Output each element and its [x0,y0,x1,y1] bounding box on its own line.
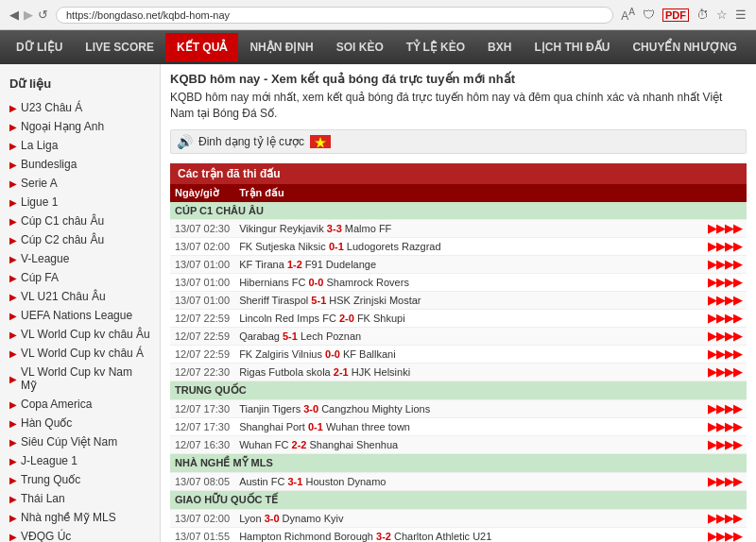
sidebar-item-vl-wc-sa[interactable]: ▶VL World Cup kv Nam Mỹ [0,363,160,395]
match-link[interactable]: ▶▶▶▶ [703,327,747,345]
nav-lich-thi-dau[interactable]: LỊCH THI ĐẤU [523,33,621,61]
shield-icon[interactable]: 🛡 [643,8,655,22]
sidebar: Dữ liệu ▶U23 Châu Á ▶Ngoại Hạng Anh ▶La … [0,64,161,542]
arrow-icon: ▶ [9,103,17,113]
sidebar-item-vl-u21[interactable]: ▶VL U21 Châu Âu [0,287,160,306]
table-row[interactable]: 13/07 01:00KF Tirana 1-2 F91 Dudelange▶▶… [170,255,747,273]
sidebar-item-mls[interactable]: ▶Nhà nghề Mỹ MLS [0,508,160,527]
nav-soi-keo[interactable]: SOI KÈO [325,33,395,61]
match-link[interactable]: ▶▶▶▶ [703,291,747,309]
table-row[interactable]: 13/07 02:00FK Sutjeska Niksic 0-1 Ludogo… [170,237,747,255]
arrow-icon: ▶ [9,437,17,448]
nav-du-lieu[interactable]: DỮ LIỆU [5,33,74,61]
match-link[interactable]: ▶▶▶▶ [703,527,747,542]
arrow-icon: ▶ [9,475,17,485]
table-row[interactable]: 13/07 02:00Lyon 3-0 Dynamo Kyiv▶▶▶▶ [170,509,747,527]
match-link[interactable]: ▶▶▶▶ [703,399,747,417]
match-date: 13/07 02:00 [170,509,234,527]
nav-tin-tuc[interactable]: TIN TỨC [748,33,756,61]
match-date: 12/07 16:30 [170,435,234,453]
history-icon[interactable]: ⏱ [696,8,709,22]
match-date: 12/07 22:59 [170,345,234,363]
nav-bxh[interactable]: BXH [476,33,523,61]
match-teams: KF Tirana 1-2 F91 Dudelange [234,255,703,273]
sidebar-item-cup-c2[interactable]: ▶Cúp C2 châu Âu [0,230,160,249]
match-date: 12/07 22:59 [170,309,234,327]
table-row[interactable]: 12/07 17:30Tianjin Tigers 3-0 Cangzhou M… [170,399,747,417]
sidebar-item-j-league[interactable]: ▶J-League 1 [0,451,160,470]
sidebar-item-v-league[interactable]: ▶V-League [0,249,160,268]
bookmark-icon[interactable]: ☆ [716,8,728,22]
table-row[interactable]: 12/07 22:59Qarabag 5-1 Lech Poznan▶▶▶▶ [170,327,747,345]
arrow-icon: ▶ [9,348,17,359]
table-row[interactable]: 13/07 01:00Sheriff Tiraspol 5-1 HSK Zrin… [170,291,747,309]
match-teams: Lyon 3-0 Dynamo Kyiv [234,509,703,527]
url-bar[interactable]: https://bongdaso.net/kqbd-hom-nay [56,7,613,24]
match-link[interactable]: ▶▶▶▶ [703,417,747,435]
match-date: 13/07 01:00 [170,273,234,291]
table-row[interactable]: 13/07 08:05Austin FC 3-1 Houston Dynamo▶… [170,472,747,490]
forward-icon[interactable]: ▶ [24,8,33,22]
sidebar-item-ligue1[interactable]: ▶Ligue 1 [0,193,160,212]
sidebar-item-vl-wc-eu[interactable]: ▶VL World Cup kv châu Âu [0,325,160,344]
match-date: 13/07 08:05 [170,472,234,490]
sidebar-item-sieu-cup-vn[interactable]: ▶Siêu Cúp Việt Nam [0,432,160,451]
nav-chuyen-nhuong[interactable]: CHUYỂN NHƯỢNG [621,33,747,61]
nav-ket-qua[interactable]: KẾT QUẢ [165,33,238,61]
table-row[interactable]: 13/07 02:30Vikingur Reykjavik 3-3 Malmo … [170,219,747,237]
sidebar-item-vl-wc-asia[interactable]: ▶VL World Cup kv châu Á [0,344,160,363]
th-link [703,184,747,202]
sidebar-item-u23[interactable]: ▶U23 Châu Á [0,98,160,117]
match-link[interactable]: ▶▶▶▶ [703,237,747,255]
nav-ty-le-keo[interactable]: TỶ LỆ KÈO [395,33,476,61]
table-row[interactable]: 13/07 01:00Hibernians FC 0-0 Shamrock Ro… [170,273,747,291]
match-link[interactable]: ▶▶▶▶ [703,509,747,527]
nav-live-score[interactable]: LIVE SCORE [74,33,165,61]
match-teams: Lincoln Red Imps FC 2-0 FK Shkupi [234,309,703,327]
speaker-icon[interactable]: 🔊 [177,134,193,149]
arrow-icon: ▶ [9,122,17,132]
back-icon[interactable]: ◀ [9,8,19,22]
font-icon[interactable]: AA [621,7,635,23]
sound-text: Đinh dạng tỷ lệ cược [198,135,304,148]
arrow-icon: ▶ [9,532,17,542]
match-link[interactable]: ▶▶▶▶ [703,255,747,273]
match-teams: Wuhan FC 2-2 Shanghai Shenhua [234,435,703,453]
pdf-icon[interactable]: PDF [662,8,689,22]
sidebar-item-bundesliga[interactable]: ▶Bundesliga [0,155,160,174]
menu-icon[interactable]: ☰ [735,8,747,22]
match-link[interactable]: ▶▶▶▶ [703,273,747,291]
sidebar-item-uefa[interactable]: ▶UEFA Nations League [0,306,160,325]
sidebar-item-vdqg-uc[interactable]: ▶VĐQG Úc [0,527,160,542]
sidebar-item-copa[interactable]: ▶Copa America [0,395,160,414]
match-link[interactable]: ▶▶▶▶ [703,472,747,490]
sidebar-item-han-quoc[interactable]: ▶Hàn Quốc [0,414,160,432]
sidebar-item-thai-lan[interactable]: ▶Thái Lan [0,489,160,508]
arrow-icon: ▶ [9,254,17,264]
match-link[interactable]: ▶▶▶▶ [703,219,747,237]
table-row[interactable]: 12/07 22:59FK Zalgiris Vilnius 0-0 KF Ba… [170,345,747,363]
match-link[interactable]: ▶▶▶▶ [703,345,747,363]
sidebar-item-serie-a[interactable]: ▶Serie A [0,174,160,193]
match-date: 12/07 17:30 [170,417,234,435]
sidebar-item-cup-fa[interactable]: ▶Cúp FA [0,268,160,287]
table-row[interactable]: 13/07 01:55Hampton Richmond Borough 3-2 … [170,527,747,542]
match-link[interactable]: ▶▶▶▶ [703,435,747,453]
arrow-icon: ▶ [9,216,17,227]
match-teams: Rigas Futbola skola 2-1 HJK Helsinki [234,363,703,381]
content-title: KQBD hôm nay - Xem kết quả bóng đá trực … [170,72,747,86]
sidebar-item-la-liga[interactable]: ▶La Liga [0,136,160,155]
table-row[interactable]: 12/07 22:59Lincoln Red Imps FC 2-0 FK Sh… [170,309,747,327]
match-link[interactable]: ▶▶▶▶ [703,309,747,327]
sidebar-item-cup-c1[interactable]: ▶Cúp C1 châu Âu [0,212,160,230]
sidebar-item-trung-quoc[interactable]: ▶Trung Quốc [0,470,160,489]
match-link[interactable]: ▶▶▶▶ [703,363,747,381]
table-row[interactable]: 12/07 22:30Rigas Futbola skola 2-1 HJK H… [170,363,747,381]
nav-nhan-dinh[interactable]: NHẬN ĐỊNH [238,33,324,61]
table-row[interactable]: 12/07 17:30Shanghai Port 0-1 Wuhan three… [170,417,747,435]
reload-icon[interactable]: ↺ [38,8,48,22]
table-row[interactable]: 12/07 16:30Wuhan FC 2-2 Shanghai Shenhua… [170,435,747,453]
match-teams: Vikingur Reykjavik 3-3 Malmo FF [234,219,703,237]
sidebar-item-ngoai-hang-anh[interactable]: ▶Ngoại Hạng Anh [0,117,160,136]
match-teams: Qarabag 5-1 Lech Poznan [234,327,703,345]
